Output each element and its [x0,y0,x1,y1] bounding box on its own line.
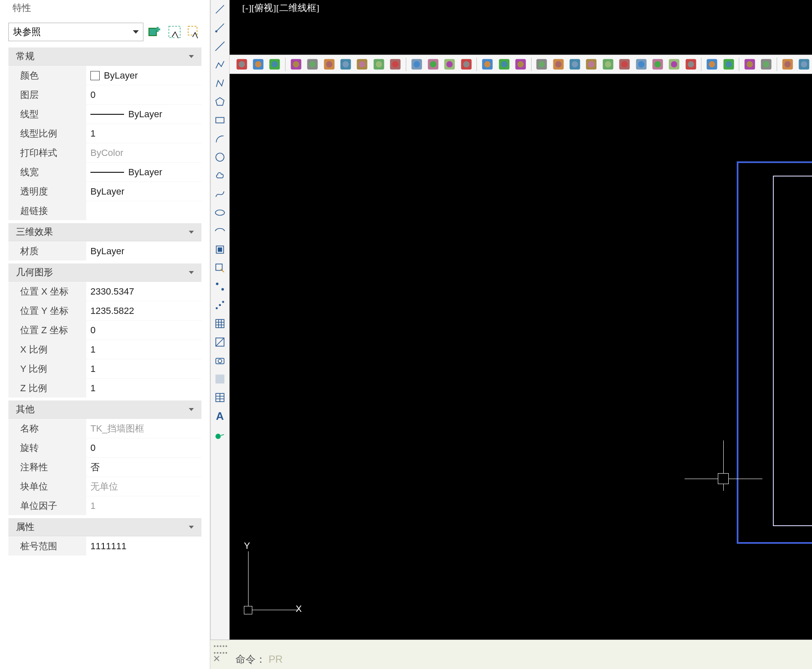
globe-red-icon[interactable] [321,56,337,72]
donut-tool-icon[interactable] [212,427,227,442]
property-value[interactable]: 2330.5347 [86,282,201,301]
rect-tool-icon[interactable] [212,113,227,128]
property-value[interactable]: 0 [86,438,201,457]
property-value[interactable]: 0 [86,321,201,340]
layer-red-icon[interactable] [425,56,441,72]
section-header-attrs[interactable]: 属性 [8,518,201,536]
cube-8-icon[interactable] [650,56,665,72]
add-selection-icon[interactable] [148,24,163,40]
property-value[interactable]: 0 [86,85,201,104]
xline-tool-icon[interactable] [212,39,227,54]
point-tool-icon[interactable] [212,279,227,294]
close-icon[interactable]: ✕ [213,653,220,664]
property-row: 打印样式ByColor [8,143,201,162]
block-tool-icon[interactable] [212,242,227,257]
pline-tool-icon[interactable] [212,57,227,72]
color-blob-icon[interactable] [683,56,698,72]
property-value[interactable]: ByLayer [86,66,201,85]
property-value[interactable]: ByLayer [86,242,201,261]
circle-tool-icon[interactable] [212,150,227,165]
svg-point-15 [222,301,224,303]
cube-4-icon[interactable] [584,56,599,72]
arc-tool-icon[interactable] [212,131,227,146]
globe-green-icon[interactable] [305,56,320,72]
line-sample-icon [90,114,124,115]
ellipse-arc-tool-icon[interactable] [212,224,227,239]
property-value[interactable]: ByLayer [86,105,201,124]
svg-point-60 [555,61,561,68]
pick-icon[interactable] [186,24,201,40]
globe-gray-icon[interactable] [338,56,353,72]
globe-ball-icon[interactable] [371,56,386,72]
globe-rainbow-icon[interactable] [388,56,403,72]
key-b-icon[interactable] [796,56,812,72]
property-value[interactable]: ByLayer [86,182,201,201]
cube-5-icon[interactable] [600,56,616,72]
property-value[interactable]: 否 [86,458,201,477]
cube-6-icon[interactable] [617,56,632,72]
wire-icon[interactable] [667,56,682,72]
property-row: 图层0 [8,85,201,104]
revcloud-tool-icon[interactable] [212,168,227,183]
property-value[interactable]: 1111111 [86,537,201,556]
property-value: TK_挡墙图框 [86,419,201,438]
property-value[interactable] [86,201,201,220]
block-edit-tool-icon[interactable] [212,261,227,276]
cube-2-icon[interactable] [550,56,566,72]
globe-white-icon[interactable] [354,56,370,72]
property-value-text: 0 [90,90,95,100]
section-header-general[interactable]: 常规 [8,47,201,66]
grid-b-icon[interactable] [721,56,736,72]
drawing-canvas[interactable]: X Y [230,75,812,669]
grid-c-icon[interactable] [742,56,757,72]
property-value[interactable]: 1 [86,340,201,359]
object-type-select[interactable]: 块参照 [8,23,143,41]
image-attach-icon[interactable] [250,56,266,72]
toolbar-separator [406,58,406,71]
polygon3d-tool-icon[interactable] [212,76,227,91]
camera-tool-icon[interactable] [212,353,227,368]
image-clip-icon[interactable] [267,56,283,72]
property-value[interactable]: 1 [86,359,201,378]
quick-select-icon[interactable] [167,24,182,40]
section-header-effect3d[interactable]: 三维效果 [8,223,201,241]
section-header-geometry[interactable]: 几何图形 [8,263,201,282]
ucs-x-axis [252,610,299,610]
spline-tool-icon[interactable] [212,187,227,202]
property-row: 位置 X 坐标2330.5347 [8,282,201,301]
refresh-left-icon[interactable] [479,56,495,72]
point-divide-tool-icon[interactable] [212,298,227,313]
grid-a-icon[interactable] [704,56,719,72]
text-tool-icon[interactable]: A [212,408,227,424]
section-header-misc[interactable]: 其他 [8,400,201,419]
hatch-tool-icon[interactable] [212,316,227,331]
cube-1-icon[interactable] [534,56,550,72]
cube-3-icon[interactable] [567,56,582,72]
viewport-label[interactable]: [-][俯视][二维线框] [242,2,319,14]
layer-sheet-icon[interactable] [409,56,424,72]
refresh-right-icon[interactable] [496,56,512,72]
command-bar[interactable]: ▪▪▪▪▪▪▪▪▪▪ ✕ 命令： PR [210,640,812,669]
svg-point-72 [655,61,661,68]
grid-d-icon[interactable] [759,56,774,72]
ellipse-tool-icon[interactable] [212,205,227,220]
property-value[interactable]: ByLayer [86,163,201,182]
polygon-tool-icon[interactable] [212,94,227,109]
property-row: 位置 Y 坐标1235.5822 [8,301,201,320]
property-value[interactable]: 1 [86,379,201,398]
image-insert-icon[interactable] [234,56,249,72]
layer-frame-icon[interactable] [458,56,474,72]
line-tool-icon[interactable] [212,2,227,17]
property-value[interactable]: 1235.5822 [86,301,201,320]
ray-tool-icon[interactable] [212,20,227,35]
key-a-icon[interactable] [780,56,795,72]
region-tool-icon[interactable] [212,371,227,387]
gradient-tool-icon[interactable] [212,334,227,350]
frame-inner-rect [773,176,812,526]
table-tool-icon[interactable] [212,390,227,405]
globe-blue-icon[interactable] [288,56,304,72]
cube-7-icon[interactable] [633,56,649,72]
property-value[interactable]: 1 [86,124,201,143]
target-icon[interactable] [513,56,528,72]
layer-swap-icon[interactable] [442,56,458,72]
